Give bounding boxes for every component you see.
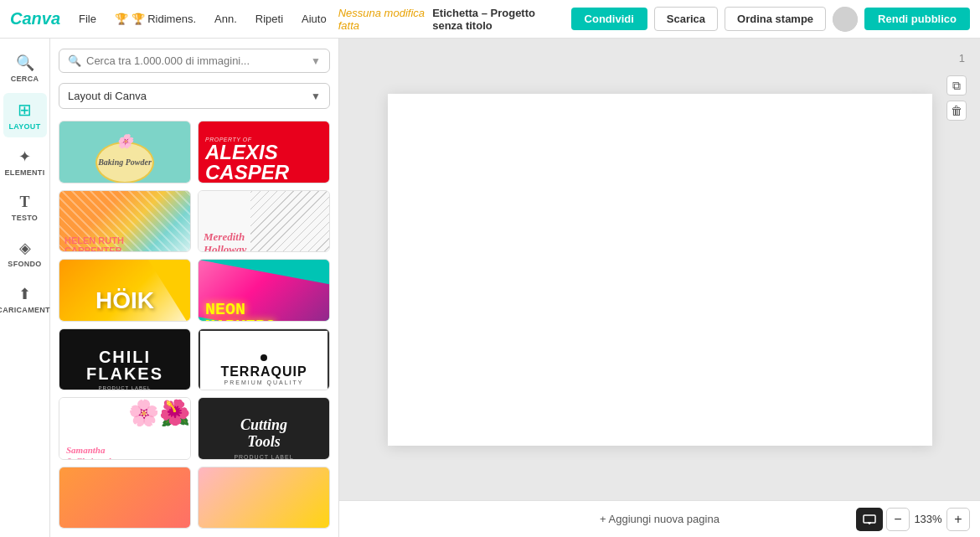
chili-sub: PRODUCT LABEL — [99, 385, 152, 390]
template-helen-ruth[interactable]: HELEN RUTHCARPENTER 123 LOREM IPSUMANYTO… — [59, 190, 191, 253]
template-baking-powder-preview: 🌸 Baking Powder GRATIS — [59, 121, 190, 183]
cut-sub: PRODUCT LABEL — [234, 454, 293, 459]
elementi-label: ELEMENTI — [5, 168, 45, 177]
sidebar-item-cerca[interactable]: 🔍 CERCA — [3, 47, 47, 90]
template-baking-powder[interactable]: 🌸 Baking Powder GRATIS — [59, 121, 191, 183]
template-placeholder2-preview — [199, 467, 329, 529]
template-cutting-tools[interactable]: CuttingTools PRODUCT LABEL GRATIS — [198, 397, 330, 460]
template-neon-markers[interactable]: NEONMARKERS GRATIS — [198, 259, 330, 322]
canvas-container: 1 ⧉ 🗑 — [339, 39, 980, 500]
save-status: Nessuna modifica fatta — [338, 7, 428, 32]
template-placeholder2[interactable] — [198, 467, 330, 529]
flower-icon: 🌸 — [116, 133, 133, 149]
search-chevron-icon: ▼ — [311, 55, 321, 67]
meredith-name: MeredithHolloway — [204, 231, 246, 252]
sam-name: Samantha& Christopher — [66, 445, 121, 459]
template-samantha-christopher[interactable]: 🌸🌺 Samantha& Christopher lorem ipsum sit… — [59, 397, 191, 460]
sidebar-item-sfondo[interactable]: ◈ SFONDO — [3, 232, 47, 275]
template-meredith[interactable]: MeredithHolloway 123 lorem ipsum sitAnyt… — [198, 190, 330, 253]
template-terraquip-preview: TERRAQUIP PREMIUM QUALITY GRATIS — [199, 329, 329, 391]
cut-text: CuttingTools — [240, 417, 287, 451]
menu-ann[interactable]: Ann. — [208, 9, 244, 28]
sidebar-item-testo[interactable]: T TESTO — [3, 187, 47, 229]
layout-dropdown[interactable]: Layout di Canva ▼ — [59, 83, 330, 109]
search-icon-panel: 🔍 — [68, 54, 81, 67]
menu-ridimens[interactable]: 🏆 🏆 Ridimens. — [108, 9, 203, 28]
avatar-circle — [833, 7, 858, 32]
helen-name: HELEN RUTHCARPENTER — [64, 235, 124, 252]
template-cutting-preview: CuttingTools PRODUCT LABEL GRATIS — [199, 398, 329, 460]
add-page-label: + Aggiungi nuova pagina — [600, 513, 720, 525]
template-helen-preview: HELEN RUTHCARPENTER 123 LOREM IPSUMANYTO… — [59, 191, 190, 253]
download-button[interactable]: Scarica — [654, 7, 718, 31]
neon-text: NEONMARKERS — [205, 302, 276, 322]
search-input[interactable] — [86, 54, 306, 67]
menu-file[interactable]: File — [72, 9, 103, 28]
menu-aiuto[interactable]: Aiuto — [295, 9, 333, 28]
sidebar-item-layout[interactable]: ⊞ LAYOUT — [3, 93, 47, 137]
testo-icon: T — [19, 194, 29, 211]
search-box[interactable]: 🔍 ▼ — [59, 49, 330, 73]
cerca-label: CERCA — [11, 75, 39, 83]
device-view-button[interactable] — [856, 508, 883, 531]
project-title: Etichetta – Progetto senza titolo — [432, 7, 565, 32]
template-chili-preview: CHILIFLAKES PRODUCT LABEL GRATIS — [59, 329, 190, 391]
sidebar-item-elementi[interactable]: ✦ ELEMENTI — [3, 141, 47, 183]
page-number: 1 — [959, 52, 965, 65]
sfondo-label: SFONDO — [8, 260, 41, 268]
topnav: Canva File 🏆 🏆 Ridimens. Ann. Ripeti Aiu… — [0, 0, 980, 39]
tq-sub: PREMIUM QUALITY — [224, 380, 304, 385]
zoom-out-button[interactable]: − — [886, 508, 910, 531]
sfondo-icon: ◈ — [19, 239, 31, 257]
template-grid: 🌸 Baking Powder GRATIS PROPERTY OF ALEXI… — [50, 116, 338, 537]
menu-ripeti[interactable]: Ripeti — [249, 9, 290, 28]
alexis-sub: abc casper st — [205, 183, 240, 183]
template-placeholder1[interactable] — [59, 467, 191, 529]
layout-dropdown-chevron-icon: ▼ — [311, 90, 321, 102]
caricamenti-label: CARICAMENTI — [0, 306, 53, 314]
layout-icon: ⊞ — [18, 100, 32, 120]
template-hoik[interactable]: HÖIK ARTHUR BLÄST GRATIS — [59, 259, 191, 322]
hoik-name: HÖIK — [95, 287, 154, 314]
sidebar-item-caricamenti[interactable]: ⬆ CARICAMENTI — [3, 278, 47, 321]
template-alexis-preview: PROPERTY OF ALEXISCASPER abc casper st G… — [199, 121, 329, 183]
panel-layout-header: Layout di Canva ▼ — [50, 80, 338, 116]
public-button[interactable]: Rendi pubblico — [864, 8, 970, 30]
elementi-icon: ✦ — [18, 147, 31, 166]
caricamenti-icon: ⬆ — [18, 285, 31, 303]
chili-text: CHILIFLAKES — [86, 349, 163, 382]
flowers-icon: 🌸🌺 — [128, 398, 190, 427]
template-placeholder1-preview — [59, 467, 190, 529]
template-terraquip[interactable]: TERRAQUIP PREMIUM QUALITY GRATIS — [198, 328, 330, 391]
canva-logo[interactable]: Canva — [10, 9, 60, 28]
zoom-controls: − 133% + — [856, 508, 970, 531]
zoom-value: 133% — [913, 513, 943, 525]
layout-dropdown-label: Layout di Canva — [68, 90, 147, 102]
copy-icon[interactable]: ⧉ — [946, 75, 967, 96]
template-neon-preview: NEONMARKERS GRATIS — [199, 260, 329, 322]
baking-powder-inner: 🌸 Baking Powder — [95, 142, 154, 183]
topnav-center: Nessuna modifica fatta Etichetta – Proge… — [338, 7, 566, 32]
svg-rect-0 — [864, 515, 875, 523]
share-button[interactable]: Condividi — [571, 8, 647, 30]
bottom-bar: + Aggiungi nuova pagina − 133% + — [339, 500, 980, 537]
tq-dot — [260, 354, 267, 361]
alexis-name: ALEXISCASPER — [205, 142, 289, 183]
add-page-button[interactable]: + Aggiungi nuova pagina — [588, 508, 731, 530]
template-alexis-casper[interactable]: PROPERTY OF ALEXISCASPER abc casper st G… — [198, 121, 330, 183]
device-icon — [863, 513, 876, 526]
topnav-actions: Condividi Scarica Ordina stampe Rendi pu… — [571, 7, 970, 32]
icon-sidebar: 🔍 CERCA ⊞ LAYOUT ✦ ELEMENTI T TESTO ◈ SF… — [0, 39, 50, 537]
template-chili-flakes[interactable]: CHILIFLAKES PRODUCT LABEL GRATIS — [59, 328, 191, 391]
zoom-in-button[interactable]: + — [946, 508, 970, 531]
print-button[interactable]: Ordina stampe — [725, 7, 826, 31]
panel-sidebar: 🔍 ▼ Layout di Canva ▼ 🌸 Baking Powder — [50, 39, 339, 537]
trash-icon[interactable]: 🗑 — [946, 101, 967, 121]
testo-label: TESTO — [12, 214, 38, 222]
panel-search-area: 🔍 ▼ — [50, 39, 338, 80]
avatar[interactable] — [833, 7, 858, 32]
tq-name: TERRAQUIP — [220, 364, 307, 380]
layout-label: LAYOUT — [9, 122, 41, 131]
template-meredith-preview: MeredithHolloway 123 lorem ipsum sitAnyt… — [199, 191, 329, 253]
canvas-page[interactable] — [388, 94, 932, 446]
